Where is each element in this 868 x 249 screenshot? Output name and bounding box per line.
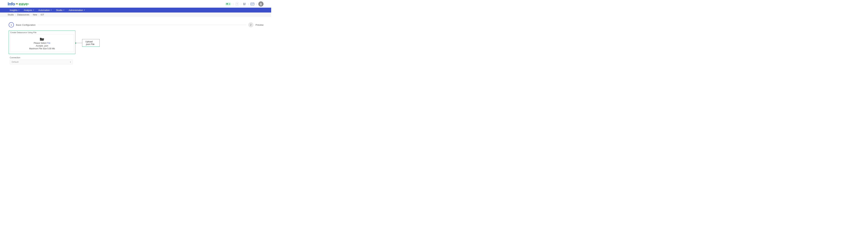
nav-studio[interactable]: Studio▼ bbox=[54, 8, 67, 12]
nav-administration[interactable]: Administration▼ bbox=[67, 8, 87, 12]
step-1-label: Basic Configuration bbox=[16, 24, 36, 26]
callout-arrow bbox=[75, 43, 82, 43]
main-nav: Insights▼ Analysis▼ Automation▼ Studio▼ … bbox=[0, 8, 271, 12]
dashboard-icon[interactable] bbox=[250, 3, 254, 5]
upload-dropzone[interactable]: Please Select File Accepts .json Maximum… bbox=[10, 34, 74, 52]
connection-select[interactable]: Default ▲▼ bbox=[10, 60, 73, 64]
help-button[interactable]: ? bbox=[235, 2, 239, 6]
notification-pill[interactable]: 0 bbox=[225, 2, 231, 5]
upload-accepts: Accepts .json bbox=[36, 44, 48, 47]
nav-label: Automation bbox=[38, 9, 50, 11]
logo-registered: ® bbox=[28, 3, 29, 5]
breadcrumb: Studio › Datasources › New › IOT bbox=[0, 12, 271, 17]
chevron-down-icon: ▼ bbox=[18, 9, 20, 11]
notification-count: 0 bbox=[229, 3, 230, 5]
topbar: Info eave ® 0 | ? | | bbox=[0, 0, 271, 8]
chevron-right-icon: › bbox=[15, 14, 16, 16]
separator: | bbox=[241, 3, 242, 5]
step-2-label: Preview bbox=[255, 24, 264, 26]
upload-max: Maximum File Size 5.00 Mb bbox=[29, 48, 55, 50]
svg-rect-2 bbox=[245, 3, 246, 5]
chevron-down-icon: ▼ bbox=[51, 9, 52, 11]
nav-label: Insights bbox=[10, 9, 18, 11]
chevron-down-icon: ▼ bbox=[84, 9, 85, 11]
topbar-right: 0 | ? | | | bbox=[225, 1, 264, 7]
content: 1 Basic Configuration 2 Preview Create D… bbox=[0, 17, 271, 70]
svg-rect-1 bbox=[244, 3, 245, 5]
avatar[interactable] bbox=[258, 1, 264, 7]
step-1-circle[interactable]: 1 bbox=[9, 22, 14, 27]
logo-weave-icon bbox=[15, 2, 19, 6]
logo[interactable]: Info eave ® bbox=[8, 2, 29, 6]
file-link[interactable]: File bbox=[47, 42, 50, 44]
select-stepper-icon: ▲▼ bbox=[70, 61, 71, 63]
bell-icon bbox=[226, 3, 228, 5]
separator: | bbox=[232, 3, 234, 5]
separator: | bbox=[256, 3, 257, 5]
crumb-studio[interactable]: Studio bbox=[8, 13, 14, 16]
logo-text-left: Info bbox=[8, 2, 15, 6]
upload-box-highlight: Create Datasource Using File Please Sele… bbox=[9, 31, 75, 54]
nav-label: Administration bbox=[69, 9, 83, 11]
connection-label: Connection bbox=[10, 56, 264, 59]
crumb-iot[interactable]: IOT bbox=[41, 13, 44, 16]
crumb-new[interactable]: New bbox=[33, 13, 37, 16]
nav-label: Analysis bbox=[24, 9, 32, 11]
nav-analysis[interactable]: Analysis▼ bbox=[22, 8, 36, 12]
chevron-right-icon: › bbox=[31, 14, 31, 16]
callout: Upload .json File bbox=[75, 39, 100, 47]
user-icon bbox=[259, 2, 262, 5]
chevron-right-icon: › bbox=[38, 14, 39, 16]
connection-value: Default bbox=[12, 61, 19, 63]
svg-point-4 bbox=[260, 3, 261, 4]
separator: | bbox=[248, 3, 249, 5]
folder-open-icon bbox=[39, 37, 44, 41]
library-icon[interactable] bbox=[243, 2, 247, 5]
stepper: 1 Basic Configuration 2 Preview bbox=[9, 22, 264, 27]
upload-legend: Create Datasource Using File bbox=[10, 31, 74, 34]
crumb-datasources[interactable]: Datasources bbox=[17, 13, 29, 16]
chevron-down-icon: ▼ bbox=[63, 9, 65, 11]
upload-select-line: Please Select File bbox=[34, 42, 50, 44]
chevron-down-icon: ▼ bbox=[33, 9, 34, 11]
svg-rect-0 bbox=[243, 3, 244, 5]
step-2-circle[interactable]: 2 bbox=[248, 22, 253, 27]
nav-insights[interactable]: Insights▼ bbox=[8, 8, 22, 12]
nav-automation[interactable]: Automation▼ bbox=[36, 8, 54, 12]
nav-label: Studio bbox=[56, 9, 62, 11]
logo-text-right: eave bbox=[19, 2, 28, 6]
callout-box: Upload .json File bbox=[82, 39, 100, 47]
